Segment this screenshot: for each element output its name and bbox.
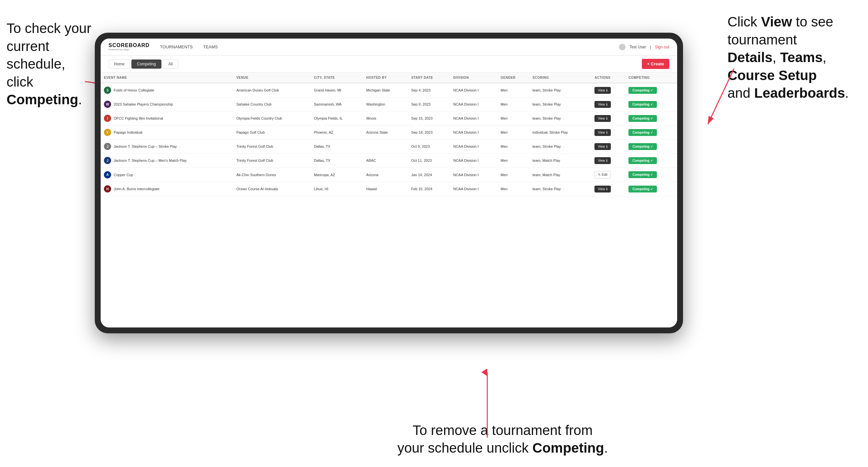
competing-button[interactable]: Competing ✓ [628, 186, 657, 192]
view-button[interactable]: View ℹ [594, 115, 611, 122]
annotation-line2: current schedule, [6, 38, 65, 72]
cell-competing: Competing ✓ [625, 83, 677, 97]
cell-event-name: J Jackson T. Stephens Cup – Stroke Play [101, 139, 233, 154]
tr-bold1: View [761, 14, 792, 29]
cell-actions: View ℹ [591, 112, 625, 125]
col-gender: GENDER [497, 72, 529, 83]
cell-gender: Men [497, 168, 529, 182]
team-logo: H [104, 185, 111, 192]
nav-teams[interactable]: TEAMS [203, 43, 218, 51]
annotation-line3: click [6, 74, 33, 90]
event-name-cell: W 2023 Sahalee Players Championship [104, 101, 230, 108]
bottom-period: . [604, 440, 608, 456]
cell-start-date: Oct 11, 2023 [408, 154, 450, 168]
cell-hosted-by: Arizona State [363, 125, 408, 139]
cell-competing: Competing ✓ [625, 182, 677, 196]
annotation-competing-bold: Competing [6, 92, 78, 107]
cell-hosted-by: Illinois [363, 112, 408, 125]
annotation-top-left: To check your current schedule, click Co… [6, 20, 108, 109]
competing-button[interactable]: Competing ✓ [628, 115, 657, 122]
team-logo: Y [104, 129, 111, 136]
nav-signout[interactable]: Sign out [655, 45, 669, 49]
cell-competing: Competing ✓ [625, 125, 677, 139]
competing-button[interactable]: Competing ✓ [628, 171, 657, 178]
cell-scoring: team, Stroke Play [529, 97, 591, 112]
cell-event-name: A Copper Cup [101, 168, 233, 182]
cell-actions: View ℹ [591, 83, 625, 97]
event-name-text: Jackson T. Stephens Cup – Stroke Play [114, 145, 177, 148]
tab-home[interactable]: Home [108, 60, 130, 69]
cell-gender: Men [497, 83, 529, 97]
view-button[interactable]: View ℹ [594, 101, 611, 108]
view-button[interactable]: View ℹ [594, 129, 611, 136]
cell-scoring: team, Stroke Play [529, 139, 591, 154]
brand-subtitle: Powered by clippi [108, 48, 150, 51]
competing-button[interactable]: Competing ✓ [628, 87, 657, 94]
competing-button[interactable]: Competing ✓ [628, 129, 657, 136]
cell-venue: Trinity Forest Golf Club [233, 154, 310, 168]
tablet-frame: SCOREBOARD Powered by clippi TOURNAMENTS… [95, 33, 683, 333]
cell-gender: Men [497, 125, 529, 139]
edit-button[interactable]: ✎ Edit [594, 171, 611, 179]
info-icon: ℹ [606, 145, 608, 148]
competing-button[interactable]: Competing ✓ [628, 157, 657, 164]
bottom-line1: To remove a tournament from [413, 423, 593, 438]
tr-period: . [845, 85, 849, 101]
cell-competing: Competing ✓ [625, 168, 677, 182]
view-button[interactable]: View ℹ [594, 186, 611, 192]
cell-venue: Ocean Course At Hokuala [233, 182, 310, 196]
cell-start-date: Feb 15, 2024 [408, 182, 450, 196]
competing-button[interactable]: Competing ✓ [628, 143, 657, 150]
event-name-cell: I OFCC Fighting Illini Invitational [104, 115, 230, 122]
table-row: S Folds of Honor Collegiate American Dun… [101, 83, 677, 97]
cell-division: NCAA Division I [450, 182, 497, 196]
event-name-text: Papago Individual [114, 130, 142, 134]
cell-event-name: I OFCC Fighting Illini Invitational [101, 112, 233, 125]
tab-competing[interactable]: Competing [131, 60, 161, 69]
nav-tournaments[interactable]: TOURNAMENTS [160, 43, 193, 51]
cell-city-state: Dallas, TX [310, 139, 363, 154]
annotation-period: . [78, 92, 82, 107]
col-venue: VENUE [233, 72, 310, 83]
create-button[interactable]: + Create [642, 59, 669, 69]
table-body: S Folds of Honor Collegiate American Dun… [101, 83, 677, 196]
table-row: A Copper Cup Ak-Chin Southern DunesMaric… [101, 168, 677, 182]
event-name-text: Jackson T. Stephens Cup – Men's Match Pl… [114, 158, 187, 162]
table-row: J Jackson T. Stephens Cup – Stroke Play … [101, 139, 677, 154]
cell-event-name: S Folds of Honor Collegiate [101, 83, 233, 97]
event-name-text: OFCC Fighting Illini Invitational [114, 116, 163, 120]
cell-city-state: Grand Haven, MI [310, 83, 363, 97]
team-logo: J [104, 143, 111, 150]
cell-scoring: team, Match Play [529, 168, 591, 182]
cell-scoring: individual, Stroke Play [529, 125, 591, 139]
cell-city-state: Lihue, HI [310, 182, 363, 196]
table-row: W 2023 Sahalee Players Championship Saha… [101, 97, 677, 112]
cell-event-name: W 2023 Sahalee Players Championship [101, 97, 233, 112]
info-icon: ℹ [606, 159, 608, 162]
cell-event-name: H John A. Burns Intercollegiate [101, 182, 233, 196]
info-icon: ℹ [606, 103, 608, 106]
view-button[interactable]: View ℹ [594, 157, 611, 164]
tab-all[interactable]: All [163, 60, 178, 69]
cell-start-date: Oct 9, 2023 [408, 139, 450, 154]
cell-hosted-by [363, 139, 408, 154]
view-button[interactable]: View ℹ [594, 87, 611, 94]
tr-and: and [727, 85, 754, 101]
cell-start-date: Sep 15, 2023 [408, 112, 450, 125]
view-button[interactable]: View ℹ [594, 143, 611, 150]
team-logo: J [104, 157, 111, 164]
event-name-text: Folds of Honor Collegiate [114, 88, 154, 92]
competing-button[interactable]: Competing ✓ [628, 101, 657, 108]
tr-comma2: , [823, 50, 827, 65]
col-competing: COMPETING [625, 72, 677, 83]
cell-event-name: Y Papago Individual [101, 125, 233, 139]
filter-bar: Home Competing All + Create [101, 56, 677, 72]
filter-tabs: Home Competing All [108, 60, 178, 69]
table-container: EVENT NAME VENUE CITY, STATE HOSTED BY S… [101, 72, 677, 328]
info-icon: ℹ [606, 131, 608, 134]
cell-city-state: Olympia Fields, IL [310, 112, 363, 125]
event-name-cell: J Jackson T. Stephens Cup – Stroke Play [104, 143, 230, 150]
cell-division: NCAA Division I [450, 139, 497, 154]
table-row: Y Papago Individual Papago Golf ClubPhoe… [101, 125, 677, 139]
col-hosted-by: HOSTED BY [363, 72, 408, 83]
